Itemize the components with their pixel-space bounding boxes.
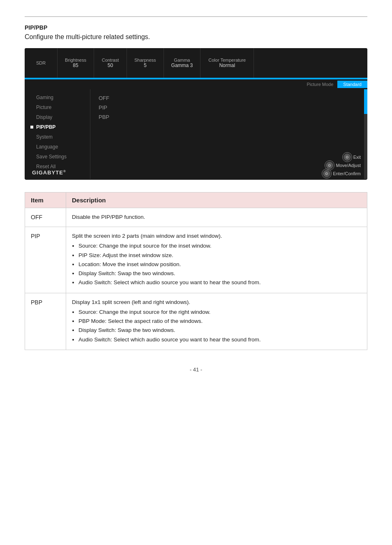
top-rule — [25, 16, 367, 17]
page-number: - 41 - — [25, 366, 367, 373]
monitor-controls: ⊙ Exit ⊙ Move/Adjust ⊙ Enter/Confirm — [316, 151, 367, 180]
monitor-topbar: SDR Brightness 85 Contrast 50 Sharpness … — [25, 48, 367, 78]
osd-scrollbar-thumb — [364, 89, 367, 114]
sidebar-item-picture[interactable]: Picture — [25, 102, 90, 112]
option-off[interactable]: OFF — [99, 94, 356, 102]
table-cell-desc-pbp: Display 1x1 split screen (left and right… — [66, 293, 367, 350]
list-item: Audio Switch: Select which audio source … — [78, 278, 361, 287]
list-item: Display Switch: Swap the two windows. — [78, 326, 361, 334]
monitor-content: Gaming Picture Display PIP/PBP System La… — [25, 89, 367, 179]
table-row: PIP Split the screen into 2 parts (main … — [25, 227, 367, 293]
list-item: Source: Change the input source for the … — [78, 308, 361, 316]
section-title: PIP/PBP — [25, 24, 367, 31]
control-move-label: Move/Adjust — [336, 163, 361, 168]
exit-icon: ⊙ — [344, 153, 351, 161]
sidebar-item-display[interactable]: Display — [25, 112, 90, 122]
table-cell-item-off: OFF — [25, 208, 66, 227]
topbar-gamma: Gamma Gamma 3 — [164, 48, 201, 78]
osd-options: OFF PIP PBP — [99, 94, 356, 121]
table-cell-desc-off: Disable the PIP/PBP function. — [66, 208, 367, 227]
topbar-sdr: SDR — [25, 48, 58, 78]
list-item: Display Switch: Swap the two windows. — [78, 269, 361, 278]
table-cell-item-pbp: PBP — [25, 293, 66, 350]
list-item: PIP Size: Adjust the inset window size. — [78, 251, 361, 260]
table-cell-item-pip: PIP — [25, 227, 66, 293]
pbp-bullet-list: Source: Change the input source for the … — [72, 308, 361, 344]
topbar-sharpness: Sharpness 5 — [127, 48, 164, 78]
pip-bullet-list: Source: Change the input source for the … — [72, 242, 361, 287]
table-cell-desc-pip: Split the screen into 2 parts (main wind… — [66, 227, 367, 293]
topbar-brightness: Brightness 85 — [58, 48, 94, 78]
sidebar-item-pip-pbp[interactable]: PIP/PBP — [25, 122, 90, 132]
table-row: OFF Disable the PIP/PBP function. — [25, 208, 367, 227]
sidebar-item-gaming[interactable]: Gaming — [25, 93, 90, 102]
sidebar-item-system[interactable]: System — [25, 132, 90, 142]
table-header-item: Item — [25, 192, 66, 208]
section-subtitle: Configure the multi-picture related sett… — [25, 33, 367, 41]
list-item: Location: Move the inset window position… — [78, 260, 361, 269]
list-item: Audio Switch: Select which audio source … — [78, 336, 361, 344]
topbar-contrast: Contrast 50 — [94, 48, 127, 78]
control-exit-label: Exit — [353, 155, 361, 160]
control-enter-label: Enter/Confirm — [333, 171, 361, 176]
osd-sidebar: Gaming Picture Display PIP/PBP System La… — [25, 89, 90, 179]
move-icon: ⊙ — [326, 162, 333, 169]
control-move: ⊙ Move/Adjust — [326, 162, 361, 169]
table-row: PBP Display 1x1 split screen (left and r… — [25, 293, 367, 350]
list-item: Source: Change the input source for the … — [78, 242, 361, 250]
picture-mode-bar: Picture Mode Standard — [25, 79, 367, 89]
control-exit: ⊙ Exit — [344, 153, 361, 161]
table-header-description: Description — [66, 192, 367, 208]
option-pbp[interactable]: PBP — [99, 113, 356, 121]
sidebar-item-language[interactable]: Language — [25, 142, 90, 152]
option-pip[interactable]: PIP — [99, 104, 356, 111]
monitor-osd: SDR Brightness 85 Contrast 50 Sharpness … — [25, 48, 367, 180]
sidebar-item-save-settings[interactable]: Save Settings — [25, 152, 90, 162]
description-table: Item Description OFF Disable the PIP/PBP… — [25, 192, 367, 350]
picture-mode-label: Picture Mode — [303, 81, 338, 88]
list-item: PBP Mode: Select the aspect ratio of the… — [78, 317, 361, 325]
gigabyte-logo: GIGABYTE® — [32, 169, 66, 176]
enter-icon: ⊙ — [323, 170, 330, 177]
picture-mode-value: Standard — [337, 81, 367, 88]
topbar-color-temp: Color Temperature Normal — [201, 48, 254, 78]
control-enter: ⊙ Enter/Confirm — [323, 170, 361, 177]
